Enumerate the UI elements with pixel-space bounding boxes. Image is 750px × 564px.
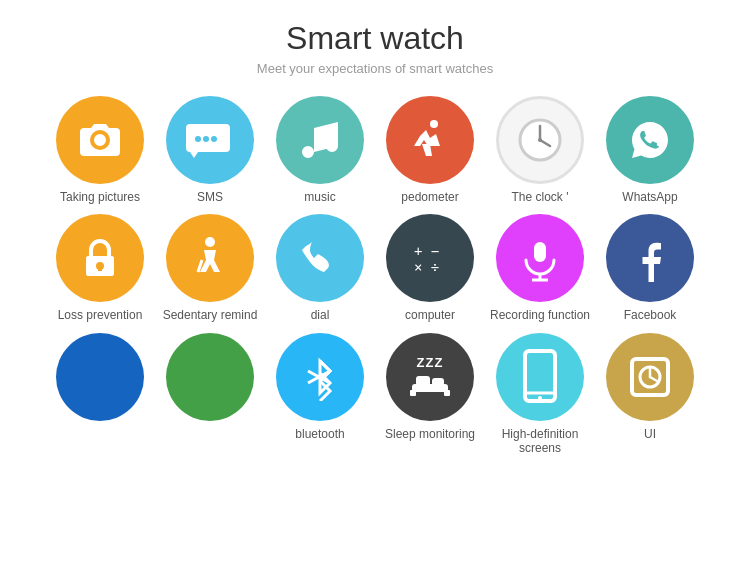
bluetooth-label: bluetooth (295, 427, 344, 441)
remote-icon (56, 333, 144, 421)
taking-pictures-icon (56, 96, 144, 184)
item-clock: The clock ' (485, 96, 595, 204)
hd-screens-label: High-definition screens (485, 427, 595, 456)
loss-prevention-icon (56, 214, 144, 302)
item-green (155, 333, 265, 456)
svg-rect-21 (410, 390, 416, 396)
page-subtitle: Meet your expectations of smart watches (257, 61, 493, 76)
computer-icon: + − × ÷ (386, 214, 474, 302)
item-loss-prevention: Loss prevention (45, 214, 155, 322)
computer-label: computer (405, 308, 455, 322)
item-recording: Recording function (485, 214, 595, 322)
facebook-label: Facebook (624, 308, 677, 322)
music-label: music (304, 190, 335, 204)
sleep-label: Sleep monitoring (385, 427, 475, 441)
green-icon (166, 333, 254, 421)
svg-rect-22 (444, 390, 450, 396)
whatsapp-label: WhatsApp (622, 190, 677, 204)
dial-icon (276, 214, 364, 302)
sms-icon (166, 96, 254, 184)
loss-prevention-label: Loss prevention (58, 308, 143, 322)
svg-rect-19 (416, 376, 430, 386)
features-grid: Taking pictures SMS music pedometer (45, 96, 705, 456)
ui-label: UI (644, 427, 656, 441)
sms-label: SMS (197, 190, 223, 204)
svg-rect-8 (98, 266, 102, 271)
sedentary-label: Sedentary remind (163, 308, 258, 322)
clock-icon (496, 96, 584, 184)
item-dial: dial (265, 214, 375, 322)
item-ui: UI (595, 333, 705, 456)
svg-rect-20 (432, 378, 444, 386)
svg-point-0 (430, 120, 438, 128)
bluetooth-icon (276, 333, 364, 421)
svg-rect-13 (534, 242, 546, 262)
item-sedentary: Sedentary remind (155, 214, 265, 322)
taking-pictures-label: Taking pictures (60, 190, 140, 204)
svg-line-29 (650, 377, 657, 381)
svg-point-9 (205, 237, 215, 247)
sedentary-icon (166, 214, 254, 302)
whatsapp-icon (606, 96, 694, 184)
item-whatsapp: WhatsApp (595, 96, 705, 204)
svg-text:× ÷: × ÷ (414, 259, 439, 275)
item-sms: SMS (155, 96, 265, 204)
ui-icon (606, 333, 694, 421)
item-sleep: ZZZ Sleep monitoring (375, 333, 485, 456)
recording-icon (496, 214, 584, 302)
hd-screens-icon (496, 333, 584, 421)
item-taking-pictures: Taking pictures (45, 96, 155, 204)
item-facebook: Facebook (595, 214, 705, 322)
svg-point-25 (538, 396, 542, 400)
pedometer-label: pedometer (401, 190, 458, 204)
recording-label: Recording function (490, 308, 590, 322)
item-pedometer: pedometer (375, 96, 485, 204)
svg-point-4 (538, 138, 542, 142)
item-bluetooth: bluetooth (265, 333, 375, 456)
page-title: Smart watch (286, 20, 464, 57)
facebook-icon (606, 214, 694, 302)
music-icon (276, 96, 364, 184)
item-hd-screens: High-definition screens (485, 333, 595, 456)
item-computer: + − × ÷ computer (375, 214, 485, 322)
item-music: music (265, 96, 375, 204)
item-remote (45, 333, 155, 456)
dial-label: dial (311, 308, 330, 322)
clock-label: The clock ' (512, 190, 569, 204)
sleep-icon: ZZZ (386, 333, 474, 421)
pedometer-icon (386, 96, 474, 184)
svg-text:+ −: + − (414, 243, 439, 259)
